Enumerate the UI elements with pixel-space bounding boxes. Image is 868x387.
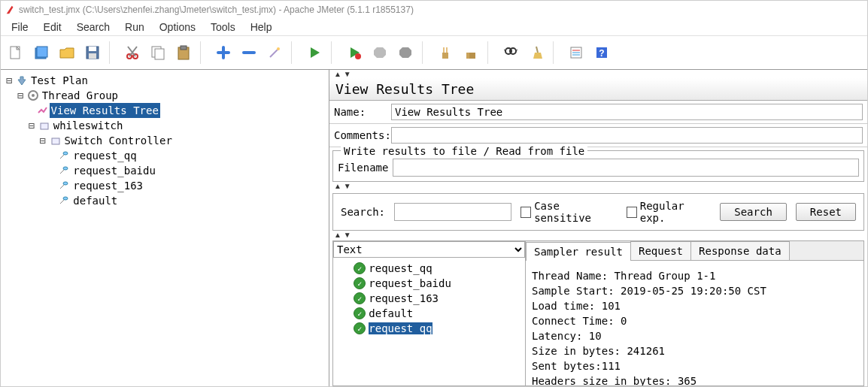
tree-test-plan[interactable]: ⊟Test Plan [2, 73, 329, 88]
split-handle-bot[interactable]: ▲ ▼ [329, 231, 867, 239]
menu-tools[interactable]: Tools [203, 20, 243, 35]
tb-wand[interactable] [263, 41, 287, 65]
name-input[interactable] [391, 104, 863, 120]
svg-point-29 [63, 167, 68, 170]
pass-icon: ✓ [354, 307, 366, 319]
split-handle-mid[interactable]: ▲ ▼ [329, 182, 867, 190]
regex-checkbox[interactable]: Regular exp. [627, 200, 712, 224]
svg-rect-5 [89, 53, 96, 59]
menubar: File Edit Search Run Options Tools Help [1, 19, 867, 35]
tb-stop[interactable] [368, 41, 392, 65]
tb-clear[interactable] [433, 41, 457, 65]
tree-default[interactable]: default [2, 193, 329, 208]
svg-rect-2 [37, 47, 47, 57]
tab-sampler-result[interactable]: Sampler result [526, 242, 631, 261]
svg-rect-26 [41, 123, 48, 129]
filename-input[interactable] [393, 159, 859, 177]
tb-copy[interactable] [146, 41, 170, 65]
menu-search[interactable]: Search [69, 20, 117, 35]
groupbox-legend: Write results to file / Read from file [341, 145, 587, 157]
tb-add[interactable] [211, 41, 235, 65]
tree-whileswitch[interactable]: ⊟whileswitch [2, 118, 329, 133]
case-sensitive-checkbox[interactable]: Case sensitive [520, 200, 618, 224]
pass-icon: ✓ [354, 322, 366, 334]
tb-shutdown[interactable] [393, 41, 417, 65]
window-title: switch_test.jmx (C:\Users\zhenfei.zhang\… [19, 5, 414, 15]
results-tree[interactable]: ✓request_qq ✓request_baidu ✓request_163 … [333, 258, 525, 385]
svg-text:?: ? [599, 48, 604, 59]
pass-icon: ✓ [354, 292, 366, 304]
menu-edit[interactable]: Edit [36, 20, 69, 35]
menu-file[interactable]: File [4, 20, 36, 35]
toolbar: ? [1, 35, 867, 70]
file-groupbox: Write results to file / Read from file F… [332, 150, 864, 182]
tb-cut[interactable] [120, 41, 144, 65]
panel-title: View Results Tree [329, 78, 867, 101]
search-label: Search: [341, 206, 385, 218]
svg-point-13 [355, 53, 361, 59]
tb-new[interactable] [4, 41, 28, 65]
tb-find[interactable] [499, 41, 523, 65]
menu-run[interactable]: Run [117, 20, 152, 35]
result-item[interactable]: ✓default [335, 306, 524, 321]
tree-request-qq[interactable]: request_qq [2, 148, 329, 163]
pass-icon: ✓ [354, 262, 366, 274]
tree-thread-group[interactable]: ⊟Thread Group [2, 88, 329, 103]
search-button[interactable]: Search [720, 203, 787, 221]
menu-help[interactable]: Help [243, 20, 280, 35]
tb-help[interactable]: ? [590, 41, 614, 65]
filename-label: Filename [338, 162, 388, 174]
svg-rect-9 [155, 49, 164, 59]
result-item[interactable]: ✓request_163 [335, 291, 524, 306]
sampler-detail: Thread Name: Thread Group 1-1 Sample Sta… [526, 261, 863, 385]
menu-options[interactable]: Options [152, 20, 203, 35]
tab-response[interactable]: Response data [690, 241, 790, 260]
tb-start-notimers[interactable] [342, 41, 366, 65]
result-item[interactable]: ✓request_qq [335, 321, 524, 336]
tree-view-results[interactable]: View Results Tree [2, 103, 329, 118]
tree-request-baidu[interactable]: request_baidu [2, 163, 329, 178]
tb-broom[interactable] [524, 41, 548, 65]
svg-rect-11 [181, 46, 187, 50]
tb-open[interactable] [55, 41, 79, 65]
svg-rect-27 [52, 138, 59, 144]
tree-switch-controller[interactable]: ⊟Switch Controller [2, 133, 329, 148]
pass-icon: ✓ [354, 277, 366, 289]
tb-clear-all[interactable] [459, 41, 483, 65]
svg-marker-15 [399, 47, 411, 58]
tb-remove[interactable] [237, 41, 261, 65]
result-item[interactable]: ✓request_baidu [335, 276, 524, 291]
svg-rect-4 [89, 47, 96, 51]
comments-input[interactable] [391, 127, 863, 144]
split-handle-top[interactable]: ▲ ▼ [329, 70, 867, 78]
reset-button[interactable]: Reset [796, 203, 856, 221]
svg-point-31 [63, 197, 68, 200]
name-label: Name: [334, 106, 391, 118]
svg-point-12 [277, 47, 280, 50]
tree-request-163[interactable]: request_163 [2, 178, 329, 193]
result-item[interactable]: ✓request_qq [335, 261, 524, 276]
svg-point-28 [63, 152, 68, 155]
svg-marker-14 [374, 47, 386, 58]
app-feather-icon [5, 5, 16, 15]
tb-start[interactable] [302, 41, 326, 65]
svg-point-25 [32, 94, 35, 97]
renderer-select[interactable]: Text [333, 241, 525, 258]
search-input[interactable] [394, 203, 511, 221]
tb-paste[interactable] [171, 41, 196, 65]
titlebar: switch_test.jmx (C:\Users\zhenfei.zhang\… [1, 1, 867, 19]
tb-templates[interactable] [29, 41, 53, 65]
tb-save[interactable] [80, 41, 105, 65]
plan-tree-panel: ⊟Test Plan ⊟Thread Group View Results Tr… [1, 70, 329, 386]
svg-point-30 [63, 182, 68, 185]
tab-request[interactable]: Request [630, 241, 691, 260]
comments-label: Comments: [334, 129, 391, 141]
tb-props[interactable] [564, 41, 588, 65]
